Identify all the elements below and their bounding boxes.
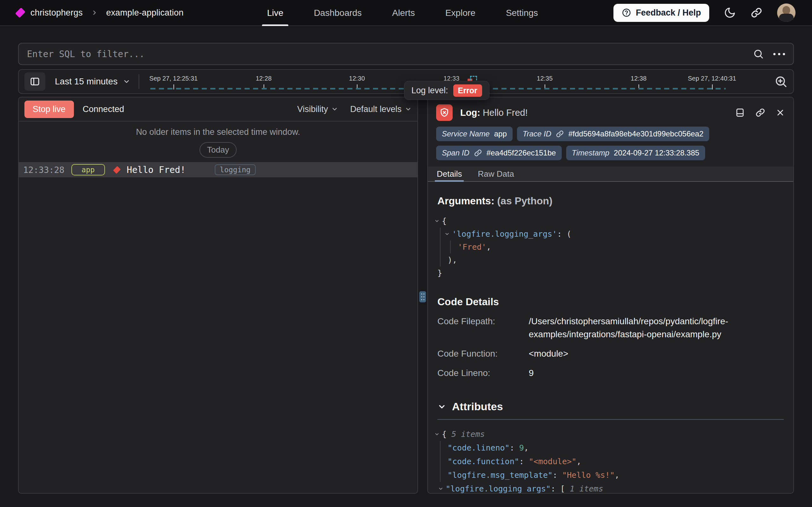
chevron-down-icon bbox=[437, 402, 446, 411]
error-level-diamond-icon bbox=[113, 166, 121, 174]
timeline-tick: Sep 27, 12:25:31 bbox=[149, 75, 198, 82]
zoom-in-button[interactable] bbox=[774, 75, 788, 88]
user-avatar[interactable] bbox=[777, 3, 796, 22]
error-level-badge: Error bbox=[453, 84, 482, 97]
close-panel-button[interactable] bbox=[775, 108, 785, 117]
arguments-heading: Arguments: (as Python) bbox=[437, 195, 784, 207]
sql-filter-actions bbox=[753, 49, 785, 59]
dock-panel-button[interactable] bbox=[735, 108, 745, 118]
panel-left-icon bbox=[29, 76, 40, 87]
detail-content: Arguments: (as Python) { 'logfire.loggin… bbox=[428, 182, 793, 493]
timeline-tick: 12:28 bbox=[256, 75, 271, 82]
panel-bottom-icon bbox=[735, 108, 745, 118]
service-tag: app bbox=[71, 164, 105, 175]
detail-title: Log: Hello Fred! bbox=[460, 108, 528, 118]
connection-status: Connected bbox=[83, 104, 124, 114]
attributes-divider bbox=[437, 419, 784, 420]
live-logs-panel: Stop live Connected Visibility Default l… bbox=[18, 97, 418, 494]
link-icon bbox=[556, 130, 564, 138]
drag-handle-dots-icon bbox=[421, 296, 422, 297]
code-lineno-label: Code Lineno: bbox=[437, 367, 525, 380]
visibility-dropdown[interactable]: Visibility bbox=[297, 104, 338, 114]
attributes-heading[interactable]: Attributes bbox=[437, 400, 784, 413]
tooltip-label: Log level: bbox=[412, 86, 448, 96]
code-details-heading: Code Details bbox=[437, 296, 784, 308]
sql-filter-input[interactable] bbox=[27, 49, 753, 59]
timeline-tick: 12:38 bbox=[631, 75, 646, 82]
log-message: Hello Fred! bbox=[127, 165, 186, 175]
code-filepath-value: /Users/christophersamiullah/repos/pydant… bbox=[529, 315, 784, 341]
time-range-label: Last 15 minutes bbox=[55, 76, 118, 87]
share-link-button[interactable] bbox=[750, 7, 762, 19]
timeline-tick: Sep 27, 12:40:31 bbox=[688, 75, 736, 82]
span-id-badge[interactable]: Span ID #ea4d5f226ec151be bbox=[436, 146, 562, 160]
today-button[interactable]: Today bbox=[199, 142, 237, 158]
app-screen: christophergs example-application Live D… bbox=[0, 0, 812, 507]
chevron-down-icon bbox=[405, 106, 412, 113]
trace-id-badge[interactable]: Trace ID #fdd5694a8fa98eb4e301d99ebc056e… bbox=[517, 127, 709, 141]
chevron-down-icon bbox=[331, 106, 338, 113]
panel-resize-handle[interactable] bbox=[419, 291, 426, 302]
breadcrumb-project[interactable]: example-application bbox=[106, 8, 184, 18]
close-icon bbox=[775, 108, 785, 117]
logfire-logo-icon[interactable] bbox=[15, 8, 26, 18]
log-timestamp: 12:33:28 bbox=[23, 165, 64, 175]
zoom-in-icon bbox=[774, 75, 788, 88]
attributes-json-code: { 5 items "code.lineno": 9, "code.functi… bbox=[437, 428, 784, 493]
chevron-down-icon bbox=[123, 78, 130, 86]
chevron-right-icon bbox=[91, 9, 98, 16]
detail-tabs: Details Raw Data bbox=[428, 167, 793, 182]
theme-toggle-button[interactable] bbox=[724, 7, 736, 19]
link-icon bbox=[750, 7, 762, 19]
sidebar-toggle-button[interactable] bbox=[24, 72, 45, 91]
log-detail-panel: Log: Hello Fred! bbox=[427, 97, 794, 494]
breadcrumb: christophergs example-application bbox=[16, 8, 184, 18]
collapse-chevron-icon[interactable] bbox=[444, 231, 452, 237]
more-options-button[interactable] bbox=[773, 53, 785, 55]
ellipsis-icon bbox=[773, 53, 785, 55]
search-button[interactable] bbox=[753, 49, 764, 59]
search-icon bbox=[753, 49, 764, 59]
nav-tab-live[interactable]: Live bbox=[267, 0, 283, 26]
code-filepath-label: Code Filepath: bbox=[437, 315, 525, 341]
default-levels-dropdown[interactable]: Default levels bbox=[350, 104, 412, 114]
primary-nav: Live Dashboards Alerts Explore Settings bbox=[267, 0, 538, 26]
timeline-tick: 12:30 bbox=[349, 75, 365, 82]
nav-tab-alerts[interactable]: Alerts bbox=[392, 0, 415, 26]
arguments-subheading: (as Python) bbox=[497, 195, 552, 207]
code-function-label: Code Function: bbox=[437, 347, 525, 360]
detail-header: Log: Hello Fred! bbox=[428, 97, 793, 125]
collapse-chevron-icon[interactable] bbox=[438, 486, 446, 492]
live-panel-header: Stop live Connected Visibility Default l… bbox=[19, 97, 418, 121]
empty-window-message: No older items in the selected time wind… bbox=[136, 127, 300, 137]
nav-tab-settings[interactable]: Settings bbox=[506, 0, 538, 26]
stop-live-button[interactable]: Stop live bbox=[24, 101, 74, 118]
breadcrumb-org[interactable]: christophergs bbox=[30, 8, 83, 18]
detail-title-message: Hello Fred! bbox=[483, 108, 528, 118]
log-row[interactable]: 12:33:28 app Hello Fred! logging bbox=[19, 162, 418, 177]
nav-tab-dashboards[interactable]: Dashboards bbox=[314, 0, 362, 26]
code-lineno-value: 9 bbox=[529, 367, 784, 380]
nav-right: Feedback / Help bbox=[614, 3, 796, 22]
error-shield-icon bbox=[436, 104, 453, 121]
copy-link-button[interactable] bbox=[755, 108, 765, 118]
question-circle-icon bbox=[622, 8, 631, 17]
timeline-tick: 12:35 bbox=[537, 75, 553, 82]
feedback-help-label: Feedback / Help bbox=[636, 8, 701, 18]
tab-raw-data[interactable]: Raw Data bbox=[478, 167, 514, 181]
nav-tab-explore[interactable]: Explore bbox=[445, 0, 476, 26]
detail-badges: Service Name app Trace ID #fdd5694a8fa98… bbox=[428, 125, 793, 160]
service-name-badge: Service Name app bbox=[436, 127, 513, 141]
log-level-tooltip: Log level: Error bbox=[404, 81, 489, 100]
live-panel-body: No older items in the selected time wind… bbox=[19, 121, 418, 493]
detail-title-kind: Log: bbox=[460, 108, 480, 118]
time-range-select[interactable]: Last 15 minutes bbox=[55, 76, 130, 87]
collapse-chevron-icon[interactable] bbox=[434, 432, 442, 437]
link-icon bbox=[474, 149, 482, 157]
tab-details[interactable]: Details bbox=[437, 167, 462, 181]
top-nav: christophergs example-application Live D… bbox=[0, 0, 812, 26]
collapse-chevron-icon[interactable] bbox=[434, 218, 442, 224]
sql-filter-bar bbox=[18, 43, 794, 65]
feedback-help-button[interactable]: Feedback / Help bbox=[614, 4, 709, 22]
timestamp-badge: Timestamp 2024-09-27 12:33:28.385 bbox=[566, 146, 705, 160]
